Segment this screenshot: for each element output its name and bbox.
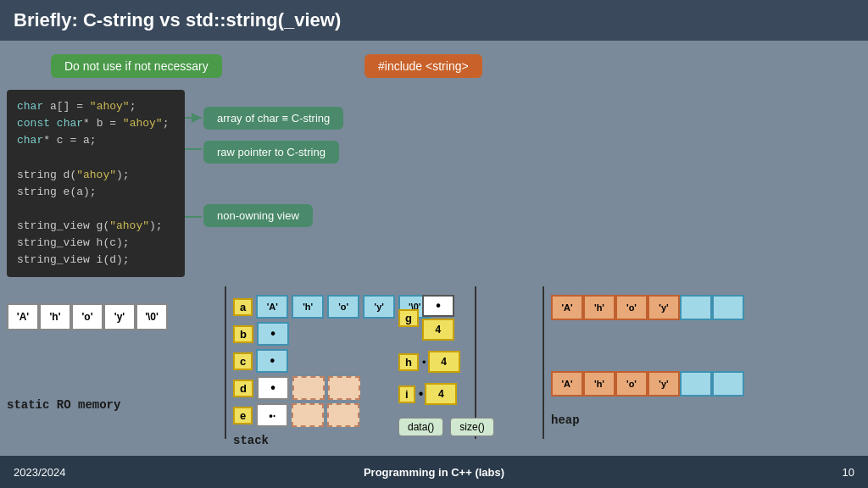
separator-mid-heap bbox=[542, 286, 544, 439]
var-i-label: i bbox=[398, 385, 415, 403]
var-a-cell1: 'A' bbox=[256, 295, 288, 319]
var-e-label: e bbox=[233, 407, 253, 424]
var-a-cell2: 'h' bbox=[292, 295, 324, 319]
var-i-cells: • 4 bbox=[419, 383, 458, 405]
data-button[interactable]: data() bbox=[398, 418, 443, 436]
size-button[interactable]: size() bbox=[450, 418, 493, 436]
var-g-label: g bbox=[398, 309, 419, 327]
top-section: Do not use if not necessary #include <st… bbox=[0, 47, 868, 251]
heap-area: 'A' 'h' 'o' 'y' 'A' 'h' 'o' 'y' heap bbox=[551, 295, 744, 427]
static-cells: 'A' 'h' 'o' 'y' '\0' bbox=[7, 303, 168, 330]
heap-top-extra2 bbox=[712, 295, 744, 320]
var-a-cell3: 'o' bbox=[327, 295, 359, 319]
static-memory-area: 'A' 'h' 'o' 'y' '\0' static RO memory bbox=[7, 303, 168, 412]
var-d-dotted1 bbox=[292, 376, 325, 400]
do-not-use-badge: Do not use if not necessary bbox=[51, 54, 222, 78]
var-g-cells: • 4 bbox=[422, 295, 454, 341]
heap-top-y: 'y' bbox=[648, 295, 680, 320]
static-cell-h: 'h' bbox=[39, 303, 71, 330]
static-cell-null: '\0' bbox=[136, 303, 168, 330]
heap-bot-A: 'A' bbox=[551, 371, 583, 396]
main-content: Do not use if not necessary #include <st… bbox=[0, 41, 868, 456]
callout-array-of-char: array of char ≡ C-string bbox=[203, 107, 343, 130]
var-a-cell4: 'y' bbox=[363, 295, 395, 319]
heap-label: heap bbox=[551, 413, 744, 427]
string-views-area: g • 4 h • 4 i • 4 bbox=[398, 295, 460, 405]
heap-top-h: 'h' bbox=[583, 295, 615, 320]
static-cell-o: 'o' bbox=[71, 303, 103, 330]
footer-year: 2023/2024 bbox=[14, 466, 65, 479]
var-d-ptr: • bbox=[257, 376, 289, 400]
var-i-size-cell: 4 bbox=[425, 383, 457, 405]
var-i-row: i • 4 bbox=[398, 383, 460, 405]
heap-bot-y: 'y' bbox=[648, 371, 680, 396]
code-block: char a[] = "ahoy"; const char* b = "ahoy… bbox=[7, 90, 185, 277]
var-e-dotted1 bbox=[292, 403, 324, 427]
callout-raw-pointer: raw pointer to C-string bbox=[203, 141, 339, 164]
heap-bot-extra2 bbox=[712, 371, 744, 396]
separator-stack-mid bbox=[475, 286, 476, 439]
static-cell-y: 'y' bbox=[103, 303, 136, 330]
heap-top-extra1 bbox=[680, 295, 712, 320]
heap-top-o: 'o' bbox=[615, 295, 648, 320]
var-e-ptr: •· bbox=[256, 403, 288, 427]
footer-title: Programming in C++ (labs) bbox=[364, 466, 504, 479]
var-g-ptr-cell: • bbox=[422, 295, 454, 317]
page-title: Briefly: C-string vs std::string(_view) bbox=[14, 9, 341, 31]
include-badge: #include <string> bbox=[364, 54, 482, 78]
var-d-dotted2 bbox=[328, 376, 360, 400]
heap-bot-extra1 bbox=[680, 371, 712, 396]
var-h-size-cell: 4 bbox=[428, 351, 460, 373]
heap-top-row: 'A' 'h' 'o' 'y' bbox=[551, 295, 744, 320]
footer: 2023/2024 Programming in C++ (labs) 10 bbox=[0, 456, 868, 488]
var-d-label: d bbox=[233, 380, 253, 397]
var-c-cell: • bbox=[256, 349, 288, 373]
var-g-size-cell: 4 bbox=[422, 319, 454, 341]
heap-bot-o: 'o' bbox=[615, 371, 648, 396]
var-h-label: h bbox=[398, 353, 419, 371]
var-g-row: g • 4 bbox=[398, 295, 460, 341]
page-header: Briefly: C-string vs std::string(_view) bbox=[0, 0, 868, 41]
var-h-cells: • 4 bbox=[422, 351, 460, 373]
var-c-label: c bbox=[233, 352, 253, 370]
data-size-buttons: data() size() bbox=[398, 418, 494, 436]
heap-top-A: 'A' bbox=[551, 295, 583, 320]
heap-bottom-row: 'A' 'h' 'o' 'y' bbox=[551, 371, 744, 396]
static-label: static RO memory bbox=[7, 398, 168, 412]
heap-bot-h: 'h' bbox=[583, 371, 615, 396]
var-b-label: b bbox=[233, 325, 253, 343]
footer-page: 10 bbox=[843, 466, 854, 479]
var-b-cell: • bbox=[257, 322, 289, 346]
var-h-row: h • 4 bbox=[398, 351, 460, 373]
var-a-label: a bbox=[233, 298, 253, 316]
separator-static-stack bbox=[225, 286, 226, 439]
diagram-section: 'A' 'h' 'o' 'y' '\0' static RO memory a … bbox=[0, 286, 868, 447]
static-cell-A: 'A' bbox=[7, 303, 39, 330]
callout-non-owning: non-owning view bbox=[203, 204, 313, 227]
var-e-dotted2 bbox=[327, 403, 359, 427]
